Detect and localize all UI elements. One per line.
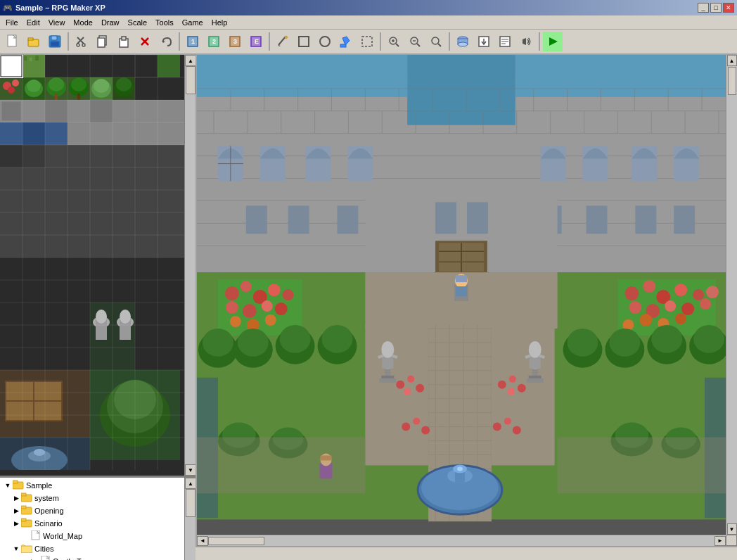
svg-point-334 [700,298,711,310]
zoom-in-button[interactable] [384,32,404,51]
svg-rect-50 [0,55,23,77]
svg-point-9 [82,44,85,46]
maximize-button[interactable]: □ [710,3,722,13]
zoom-reset-button[interactable] [426,32,446,51]
zoom-out-button[interactable] [405,32,425,51]
svg-point-342 [238,329,269,357]
fill-button[interactable] [336,32,356,51]
copy-button[interactable] [93,32,113,51]
svg-point-354 [693,325,724,353]
titlebar-controls: _ □ ✕ [698,3,734,13]
svg-point-64 [27,79,41,92]
svg-point-109 [34,449,45,456]
svg-point-379 [402,423,410,431]
scroll-thumb[interactable] [186,66,196,94]
save-button[interactable] [45,32,65,51]
select-button[interactable] [357,32,377,51]
svg-point-325 [643,280,655,293]
layer2-button[interactable]: 2 [204,32,224,51]
tree-item-sample[interactable]: ▼ Sample [1,479,184,492]
svg-text:E: E [255,38,259,45]
svg-rect-362 [379,378,396,383]
vscroll-down[interactable]: ▼ [727,523,737,535]
minimize-button[interactable]: _ [698,3,709,13]
svg-rect-141 [13,481,18,483]
menu-draw[interactable]: Draw [97,17,124,28]
expand-cities[interactable]: ▼ [11,544,21,554]
hscroll-right[interactable]: ► [714,536,726,546]
menu-game[interactable]: Game [178,17,207,28]
menu-mode[interactable]: Mode [69,17,97,28]
svg-point-383 [504,418,511,425]
scinario-folder-icon [21,518,32,529]
svg-point-75 [94,79,109,93]
svg-point-338 [675,313,686,324]
expand-opening[interactable]: ▶ [11,506,21,516]
tree-item-scinario[interactable]: ▶ Scinario [1,517,184,530]
tree-item-world-map[interactable]: World_Map [1,530,184,542]
event-button[interactable]: E [246,32,266,51]
svg-point-348 [568,329,598,357]
tileset-canvas[interactable] [0,55,185,476]
hscroll-left[interactable]: ◄ [197,536,208,546]
svg-point-391 [457,466,463,471]
menu-scale[interactable]: Scale [124,17,152,28]
menu-view[interactable]: View [44,17,70,28]
layer1-button[interactable]: 1 [183,32,203,51]
menu-tools[interactable]: Tools [151,17,178,28]
play-button[interactable] [543,32,563,51]
svg-rect-145 [21,506,26,509]
vscroll-track [727,66,737,523]
tree-item-castle-town[interactable]: ▶ Castle Town [1,555,184,560]
rect-button[interactable] [294,32,314,51]
expand-scinario[interactable]: ▶ [11,518,21,528]
main-content: ▲ ▼ [0,55,737,546]
export-button[interactable] [474,32,494,51]
tree-label-system: system [34,494,59,502]
titlebar: 🎮 Sample – RPG Maker XP _ □ ✕ [0,0,737,15]
pencil-button[interactable] [273,32,293,51]
new-button[interactable] [3,32,23,51]
vscroll-up[interactable]: ▲ [727,55,737,66]
map-canvas[interactable] [197,55,726,535]
menu-help[interactable]: Help [207,17,232,28]
expand-system[interactable]: ▶ [11,493,21,503]
layer3-button[interactable]: 3 [225,32,245,51]
open-button[interactable] [24,32,44,51]
scroll-down-button[interactable]: ▼ [185,464,196,476]
cut-button[interactable] [72,32,91,51]
svg-point-371 [396,381,404,389]
svg-point-330 [629,301,641,314]
svg-point-315 [283,289,294,300]
tree-item-cities[interactable]: ▼ Cities [1,542,184,555]
menubar: File Edit View Mode Draw Scale Tools Gam… [0,15,737,30]
svg-point-67 [49,77,64,91]
map-area[interactable]: ◄ ► ▲ ▼ [197,55,737,546]
svg-rect-52 [24,56,27,61]
svg-rect-55 [135,55,158,77]
menu-edit[interactable]: Edit [23,17,44,28]
oval-button[interactable] [315,32,335,51]
svg-point-319 [275,303,288,315]
tree-item-system[interactable]: ▶ system [1,492,184,504]
paste-button[interactable] [114,32,134,51]
svg-point-101 [120,310,131,324]
vscroll-thumb[interactable] [728,67,736,95]
svg-rect-402 [456,286,467,296]
script-button[interactable] [495,32,515,51]
tree-item-opening[interactable]: ▶ Opening [1,504,184,517]
close-button[interactable]: ✕ [723,3,734,13]
menu-file[interactable]: File [1,17,23,28]
svg-point-320 [230,316,241,327]
audio-button[interactable] [516,32,536,51]
tree-content: ▼ Sample ▶ system ▶ [0,478,185,560]
scroll-up-button[interactable]: ▲ [185,55,196,66]
expand-sample[interactable]: ▼ [3,481,13,490]
tree-scroll-thumb[interactable] [186,489,196,517]
delete-button[interactable] [135,32,155,51]
tree-scroll-up[interactable]: ▲ [185,478,196,489]
hscroll-thumb[interactable] [208,537,264,545]
undo-button[interactable] [156,32,176,51]
svg-point-384 [513,426,521,435]
database-button[interactable] [453,32,473,51]
